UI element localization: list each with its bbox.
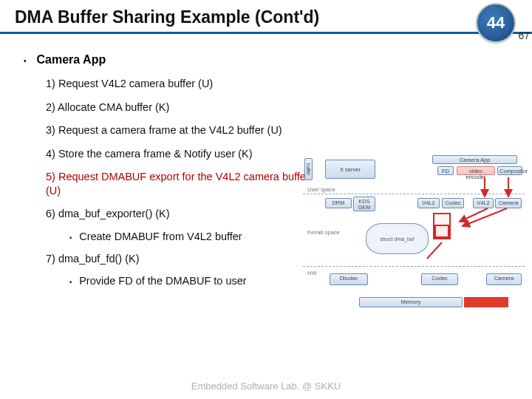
step-4: 4) Store the camera frame & Notify user … — [46, 147, 312, 161]
step-1: 1) Request V4L2 camera buffer (U) — [46, 77, 312, 91]
architecture-diagram: buffer X server Camera App FD video enco… — [303, 155, 525, 318]
step-7: 7) dma_buf_fd() (K) — [46, 252, 312, 266]
step-5: 5) Request DMABUF export for the V4L2 ca… — [46, 170, 312, 197]
step-7a: Provide FD of the DMABUF to user — [79, 275, 246, 287]
section-heading: Camera App — [37, 53, 106, 66]
step-3: 3) Request a camera frame at the V4L2 bu… — [46, 123, 312, 137]
page-title: DMA Buffer Sharing Example (Cont'd) — [15, 7, 517, 27]
step-6: 6) dma_buf_exporter() (K) — [46, 207, 312, 221]
bullet-icon: • — [24, 55, 27, 68]
svg-line-4 — [427, 242, 442, 259]
diagram-arrows — [303, 155, 525, 318]
page-number: 44 — [487, 13, 505, 33]
step-6a: Create DMABUF from V4L2 buffer — [79, 231, 242, 242]
step-2: 2) Allocate CMA buffer (K) — [46, 100, 312, 115]
bullet-icon: • — [69, 234, 72, 242]
svg-line-2 — [460, 208, 488, 222]
footer-text: Embedded Software Lab. @ SKKU — [0, 381, 532, 392]
bullet-icon: • — [69, 279, 72, 286]
